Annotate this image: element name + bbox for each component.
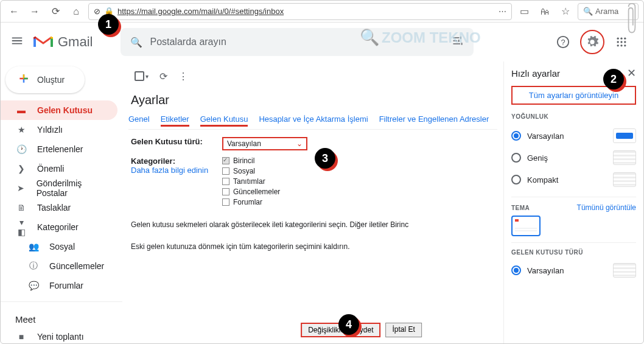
tab-accounts[interactable]: Hesaplar ve İçe Aktarma İşlemi <box>259 114 368 127</box>
svg-point-9 <box>620 44 622 46</box>
meet-section-title: Meet <box>1 308 122 327</box>
sidebar-item-categories[interactable]: ▾ ◧Kategoriler <box>1 217 117 237</box>
svg-point-5 <box>617 41 619 43</box>
draft-icon: 🗎 <box>15 203 27 212</box>
radio-icon <box>511 265 521 275</box>
svg-point-3 <box>620 38 622 40</box>
translate-icon[interactable]: 🗛 <box>536 3 553 20</box>
sidebar-item-forums[interactable]: 💬Forumlar <box>1 276 117 295</box>
svg-point-6 <box>620 41 622 43</box>
help-icon[interactable]: ? <box>551 30 575 54</box>
categories-label: Kategoriler: <box>131 156 222 166</box>
gmail-brand-text: Gmail <box>58 34 93 50</box>
svg-text:?: ? <box>561 38 565 47</box>
svg-point-8 <box>617 44 619 46</box>
paperclip-decoration <box>626 1 637 37</box>
radio-icon <box>511 175 521 184</box>
cancel-button[interactable]: İptal Et <box>386 323 422 337</box>
back-button[interactable]: ← <box>5 3 23 20</box>
category-social[interactable]: Sosyal <box>222 167 280 175</box>
inbox-icon: ▬ <box>15 105 27 115</box>
description-2: Eski gelen kutunuza dönmek için tüm kate… <box>131 240 495 254</box>
density-thumb-icon <box>613 150 636 165</box>
category-updates[interactable]: Güncellemeler <box>222 188 280 196</box>
density-section-title: YOĞUNLUK <box>511 113 636 120</box>
forum-icon: 💬 <box>27 281 40 290</box>
sidebar-item-drafts[interactable]: 🗎Taslaklar <box>1 198 117 217</box>
url-text: https://mail.google.com/mail/u/0/#settin… <box>117 7 284 16</box>
radio-icon <box>511 153 521 163</box>
forward-button[interactable]: → <box>26 3 43 20</box>
density-compact[interactable]: Kompakt <box>511 169 636 191</box>
inbox-type-section-title: GELEN KUTUSU TÜRÜ <box>511 249 636 256</box>
learn-more-link[interactable]: Daha fazla bilgi edinin <box>131 166 222 175</box>
tab-general[interactable]: Genel <box>128 114 150 127</box>
select-all-checkbox[interactable]: ▾ <box>135 71 149 81</box>
density-thumb-icon <box>613 128 636 143</box>
settings-title: Ayarlar <box>131 93 497 107</box>
reload-button[interactable]: ⟳ <box>47 3 64 20</box>
shield-icon: ⊘ <box>94 7 100 16</box>
theme-section-title: TEMA <box>511 205 530 211</box>
see-all-settings-button[interactable]: Tüm ayarları görüntüleyin <box>511 86 636 105</box>
category-primary[interactable]: Birincil <box>222 156 280 165</box>
toolbar: ▾ ⟳ ⋮ <box>128 61 497 91</box>
search-icon: 🔍 <box>583 7 593 16</box>
compose-button[interactable]: Oluştur <box>5 66 85 93</box>
menu-icon[interactable] <box>10 34 24 50</box>
url-bar[interactable]: ⊘ 🔒 https://mail.google.com/mail/u/0/#se… <box>88 3 512 20</box>
svg-point-10 <box>624 44 626 46</box>
category-promotions[interactable]: Tanıtımlar <box>222 177 280 186</box>
sidebar: Oluştur ▬Gelen Kutusu ★Yıldızlı 🕐Ertelen… <box>1 61 122 343</box>
gmail-logo[interactable]: Gmail <box>33 34 93 50</box>
more-menu-icon[interactable]: ⋮ <box>178 71 188 82</box>
description-1: Gelen kutusu sekmeleri olarak gösterilec… <box>131 219 495 232</box>
refresh-icon[interactable]: ⟳ <box>159 71 167 82</box>
sidebar-item-updates[interactable]: ⓘGüncellemeler <box>1 256 117 276</box>
home-button[interactable]: ⌂ <box>68 3 85 20</box>
chevron-down-icon: ⌄ <box>296 139 303 148</box>
svg-point-7 <box>624 41 626 43</box>
sidebar-item-inbox[interactable]: ▬Gelen Kutusu <box>1 100 117 120</box>
density-thumb-icon <box>613 172 636 187</box>
settings-tabs: Genel Etiketler Gelen Kutusu Hesaplar ve… <box>128 114 497 130</box>
svg-point-2 <box>617 38 619 40</box>
chevron-down-icon: ▾ ◧ <box>15 217 27 237</box>
inbox-type-default[interactable]: Varsayılan <box>511 261 636 280</box>
sidebar-item-social[interactable]: 👥Sosyal <box>1 237 117 256</box>
sidebar-item-starred[interactable]: ★Yıldızlı <box>1 120 117 139</box>
save-button[interactable]: Değişiklikleri Kaydet <box>301 323 380 337</box>
lock-icon: 🔒 <box>104 7 114 16</box>
reader-icon[interactable]: ▭ <box>516 3 533 20</box>
density-default[interactable]: Varsayılan <box>511 125 636 147</box>
tab-labels[interactable]: Etiketler <box>161 114 189 127</box>
tab-filters[interactable]: Filtreler ve Engellenen Adresler <box>379 114 489 127</box>
density-comfortable[interactable]: Geniş <box>511 147 636 169</box>
inbox-type-select[interactable]: Varsayılan ⌄ <box>222 137 307 150</box>
more-icon[interactable]: ⋯ <box>499 7 506 16</box>
theme-thumbnail[interactable] <box>511 216 541 236</box>
people-icon: 👥 <box>27 242 40 251</box>
category-forums[interactable]: Forumlar <box>222 198 280 206</box>
quick-settings-title: Hızlı ayarlar <box>511 68 560 79</box>
sidebar-item-snoozed[interactable]: 🕐Ertelenenler <box>1 139 117 159</box>
main-content: ▾ ⟳ ⋮ Ayarlar Genel Etiketler Gelen Kutu… <box>122 61 503 343</box>
sidebar-item-important[interactable]: ❯Önemli <box>1 159 117 178</box>
plus-icon <box>18 72 30 88</box>
bookmark-icon[interactable]: ☆ <box>557 3 574 20</box>
gmail-m-icon <box>33 35 53 49</box>
settings-gear-icon[interactable] <box>580 30 604 54</box>
close-icon[interactable]: ✕ <box>627 66 636 80</box>
inbox-type-label: Gelen Kutusu türü: <box>131 137 222 150</box>
radio-icon <box>511 131 521 141</box>
video-icon: ■ <box>15 332 27 342</box>
gmail-header: Gmail 🔍 Postalarda arayın ? <box>1 23 643 61</box>
tab-inbox[interactable]: Gelen Kutusu <box>200 114 248 127</box>
search-icon: 🔍 <box>130 37 142 48</box>
browser-toolbar: ← → ⟳ ⌂ ⊘ 🔒 https://mail.google.com/mail… <box>1 1 643 23</box>
sidebar-item-new-meeting[interactable]: ■Yeni toplantı <box>1 327 117 344</box>
sidebar-item-sent[interactable]: ➤Gönderilmiş Postalar <box>1 178 117 198</box>
view-all-themes-link[interactable]: Tümünü görüntüle <box>577 203 636 212</box>
quick-settings-panel: Hızlı ayarlar ✕ Tüm ayarları görüntüleyi… <box>503 61 643 343</box>
inbox-thumb-icon <box>613 263 636 278</box>
